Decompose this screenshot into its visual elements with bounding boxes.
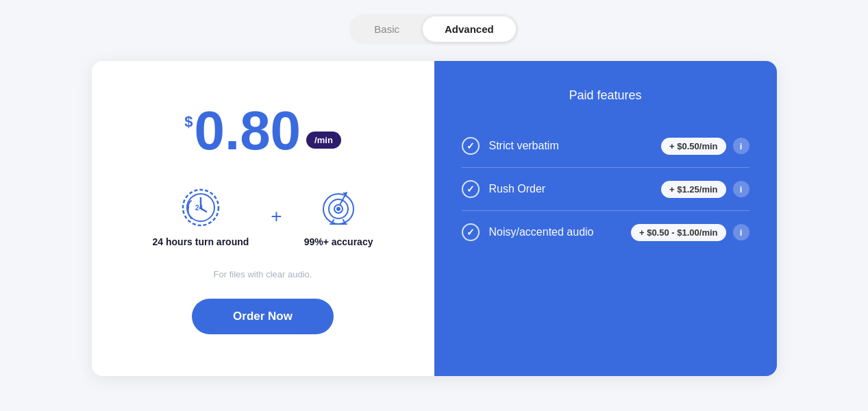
tab-advanced[interactable]: Advanced bbox=[423, 16, 516, 42]
price-amount: 0.80 bbox=[194, 103, 301, 158]
check-icon-noisy-audio bbox=[462, 223, 480, 241]
feature-accuracy: 99%+ accuracy bbox=[304, 186, 373, 247]
clock-icon: 24 bbox=[179, 186, 223, 229]
right-panel: Paid features Strict verbatim + $0.50/mi… bbox=[434, 61, 777, 376]
feature-accuracy-label: 99%+ accuracy bbox=[304, 236, 373, 247]
plus-separator: + bbox=[271, 206, 282, 227]
info-icon-noisy-audio[interactable]: i bbox=[733, 224, 749, 240]
check-icon-strict-verbatim bbox=[462, 137, 480, 155]
feature-name-rush-order: Rush Order bbox=[489, 183, 662, 195]
price-tag-noisy-audio: + $0.50 - $1.00/min bbox=[631, 224, 726, 241]
pricing-container: $ 0.80 /min 24 24 hours turn around bbox=[92, 61, 777, 376]
feature-name-strict-verbatim: Strict verbatim bbox=[489, 140, 662, 152]
check-icon-rush-order bbox=[462, 180, 480, 198]
price-display: $ 0.80 /min bbox=[184, 103, 341, 158]
footnote-text: For files with clear audio. bbox=[214, 269, 312, 279]
svg-point-8 bbox=[336, 207, 340, 211]
price-tag-strict-verbatim: + $0.50/min bbox=[661, 138, 726, 155]
feature-turnaround: 24 24 hours turn around bbox=[153, 186, 249, 247]
feature-row-strict-verbatim: Strict verbatim + $0.50/min i bbox=[462, 125, 749, 168]
price-badge: /min bbox=[306, 132, 341, 149]
price-tag-rush-order: + $1.25/min bbox=[661, 181, 726, 198]
tab-switcher: Basic Advanced bbox=[349, 14, 518, 45]
feature-turnaround-label: 24 hours turn around bbox=[153, 236, 249, 247]
svg-text:24: 24 bbox=[195, 204, 203, 212]
target-icon bbox=[317, 186, 360, 229]
price-dollar-sign: $ bbox=[184, 113, 193, 131]
info-icon-rush-order[interactable]: i bbox=[733, 181, 749, 197]
left-panel: $ 0.80 /min 24 24 hours turn around bbox=[92, 61, 434, 376]
info-icon-strict-verbatim[interactable]: i bbox=[733, 138, 749, 154]
features-row: 24 24 hours turn around + bbox=[153, 186, 373, 247]
feature-row-rush-order: Rush Order + $1.25/min i bbox=[462, 168, 749, 211]
paid-features-title: Paid features bbox=[462, 88, 749, 103]
feature-row-noisy-audio: Noisy/accented audio + $0.50 - $1.00/min… bbox=[462, 211, 749, 253]
feature-name-noisy-audio: Noisy/accented audio bbox=[489, 226, 631, 238]
order-now-button[interactable]: Order Now bbox=[192, 299, 334, 334]
tab-basic[interactable]: Basic bbox=[352, 16, 421, 42]
